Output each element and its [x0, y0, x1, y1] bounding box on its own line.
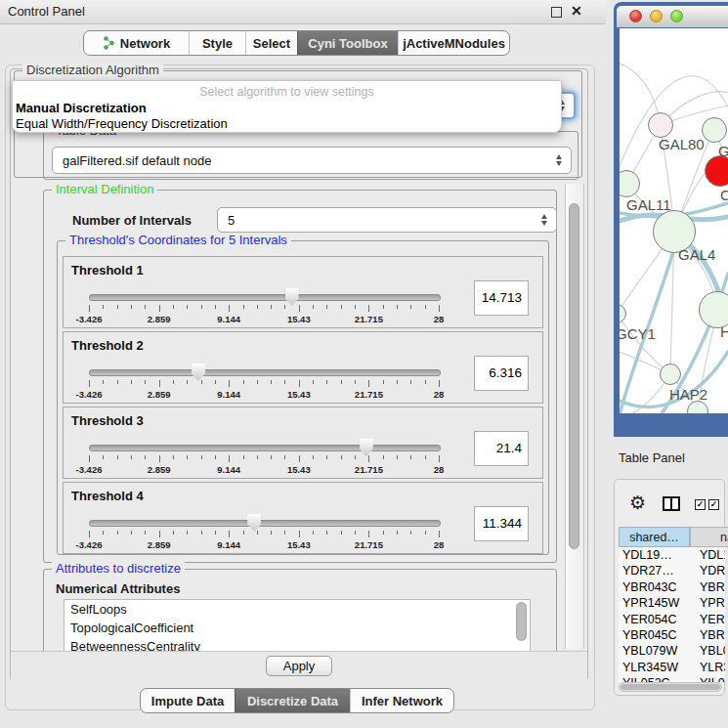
tick-label: 15.43 — [275, 464, 323, 475]
column-header-shared[interactable]: shared… — [619, 527, 690, 547]
tick-label: 15.43 — [275, 539, 323, 550]
tab-infer-network[interactable]: Infer Network — [350, 689, 453, 712]
tick-label: 28 — [414, 314, 463, 324]
tick-label: -3.426 — [64, 464, 113, 475]
threshold-2-slider[interactable] — [89, 369, 441, 376]
threshold-4-row: Threshold 4 -3.426 2.859 9.144 15.43 21.… — [63, 482, 543, 554]
network-node[interactable] — [648, 112, 673, 138]
network-node-label: H — [720, 323, 728, 340]
threshold-3-row: Threshold 3 -3.426 2.859 9.144 15.43 21.… — [63, 407, 543, 479]
slider-thumb[interactable] — [285, 288, 299, 306]
threshold-1-row: Threshold 1 -3.426 2.859 9.144 15.43 21.… — [63, 256, 543, 328]
tab-impute-data[interactable]: Impute Data — [141, 689, 235, 712]
tick-label: 28 — [414, 539, 463, 550]
minimize-light-icon[interactable] — [650, 10, 663, 22]
slider-tick-labels: -3.426 2.859 9.144 15.43 21.715 28 — [89, 464, 439, 476]
cell: YER0 — [700, 613, 725, 626]
zoom-light-icon[interactable] — [670, 10, 683, 22]
table-row[interactable]: YDL19…YDL1 — [619, 547, 725, 563]
tab-network[interactable]: Network — [84, 31, 189, 55]
algorithm-dropdown-popup: Select algorithm to view settings Manual… — [12, 80, 562, 133]
tick-label: 21.715 — [344, 464, 393, 475]
close-icon[interactable]: ✕ — [571, 2, 582, 20]
horizontal-scrollbar[interactable] — [619, 682, 722, 692]
table-row[interactable]: YIL052CYIL0 — [619, 675, 725, 682]
list-item[interactable]: SelfLoops — [64, 600, 530, 619]
slider-tick-labels: -3.426 2.859 9.144 15.43 21.715 28 — [89, 389, 439, 401]
cell: YDL19… — [622, 548, 672, 562]
tick-label: 21.715 — [344, 314, 393, 324]
network-window-titlebar[interactable] — [617, 6, 728, 27]
network-node[interactable] — [702, 117, 727, 143]
threshold-4-value-field[interactable]: 11.344 — [474, 506, 529, 541]
threshold-2-value-field[interactable]: 6.316 — [474, 356, 529, 391]
slider-thumb[interactable] — [192, 364, 205, 381]
popup-option-equal-width-frequency[interactable]: Equal Width/Frequency Discretization — [16, 116, 228, 131]
list-item[interactable]: TopologicalCoefficient — [64, 619, 530, 637]
tab-cyni-toolbox[interactable]: Cyni Toolbox — [297, 31, 398, 55]
float-window-icon[interactable] — [551, 7, 562, 18]
horizontal-scrollbar-thumb[interactable] — [621, 684, 720, 690]
combo-arrows-icon — [541, 214, 547, 226]
threshold-1-slider[interactable] — [89, 294, 441, 301]
tick-label: 9.144 — [204, 389, 253, 400]
slider-thumb[interactable] — [247, 514, 261, 532]
cell: YBL0 — [700, 644, 725, 658]
tick-label: 15.43 — [275, 314, 323, 324]
threshold-3-value-field[interactable]: 21.4 — [474, 431, 529, 466]
tab-style-label: Style — [202, 36, 233, 51]
gear-icon[interactable]: ⚙ — [629, 493, 646, 512]
threshold-4-label: Threshold 4 — [71, 489, 144, 503]
tab-jactivemnodules[interactable]: jActiveMNodules — [398, 31, 509, 55]
table-row[interactable]: YLR345WYLR3 — [619, 660, 725, 675]
network-node-label: HAP2 — [669, 386, 707, 403]
checkbox-icon[interactable]: ✓ — [708, 499, 719, 510]
list-item[interactable]: BetweennessCentrality — [64, 637, 530, 651]
tab-jactivemnodules-label: jActiveMNodules — [403, 36, 505, 51]
checkbox-icon[interactable]: ✓ — [695, 499, 706, 510]
network-node[interactable] — [660, 364, 681, 385]
tab-select[interactable]: Select — [245, 31, 297, 55]
threshold-3-slider[interactable] — [89, 445, 441, 451]
column-layout-icon[interactable] — [663, 496, 680, 511]
list-scrollbar[interactable] — [516, 602, 527, 641]
network-node-label: C — [720, 187, 728, 203]
tab-style[interactable]: Style — [189, 31, 245, 55]
number-of-intervals-value: 5 — [228, 213, 235, 228]
threshold-4-slider[interactable] — [89, 520, 441, 527]
network-canvas[interactable]: GAL80GACGAL11GAL4GCY1HHAP2 — [620, 28, 728, 413]
table-row[interactable]: YDR27…YDR2 — [619, 563, 725, 578]
control-panel-tabbar: Network Style Select Cyni Toolbox jActiv… — [83, 30, 510, 56]
column-header-name[interactable]: na — [690, 527, 728, 547]
cell: YPR145W — [622, 596, 679, 610]
tab-impute-data-label: Impute Data — [151, 694, 224, 708]
threshold-1-value-field[interactable]: 14.713 — [474, 280, 529, 316]
slider-thumb[interactable] — [360, 439, 373, 456]
popup-option-manual-discretization[interactable]: Manual Discretization — [16, 101, 147, 115]
table-row[interactable]: YER054CYER0 — [619, 612, 725, 627]
number-of-intervals-combobox[interactable]: 5 — [217, 207, 557, 233]
tick-label: -3.426 — [64, 539, 113, 550]
tab-cyni-toolbox-label: Cyni Toolbox — [308, 36, 387, 51]
close-light-icon[interactable] — [629, 10, 642, 22]
table-panel-title: Table Panel — [619, 450, 685, 465]
cell: YDR2 — [700, 564, 725, 578]
table-row[interactable]: YBL079WYBL0 — [619, 643, 725, 659]
apply-button[interactable]: Apply — [266, 656, 332, 676]
table-data-group: Table Data galFiltered.sif default node — [43, 131, 578, 180]
cell: YER054C — [622, 613, 677, 626]
slider-ticks — [89, 455, 439, 463]
cell: YDR27… — [622, 564, 674, 578]
table-row[interactable]: YBR043CYBR0 — [619, 579, 725, 595]
network-node-label: GAL4 — [678, 246, 715, 263]
table-row[interactable]: YPR145WYPR1 — [619, 595, 725, 611]
table-data-combobox[interactable]: galFiltered.sif default node — [52, 147, 572, 174]
settings-scrollbar[interactable] — [565, 184, 584, 649]
network-node[interactable] — [705, 155, 728, 187]
tick-label: 15.43 — [275, 389, 323, 400]
settings-scrollbar-thumb[interactable] — [569, 203, 579, 549]
combo-arrows-icon — [556, 154, 562, 166]
tab-select-label: Select — [253, 36, 290, 51]
tab-discretize-data[interactable]: Discretize Data — [235, 689, 350, 712]
table-row[interactable]: YBR045CYBR0 — [619, 627, 725, 643]
